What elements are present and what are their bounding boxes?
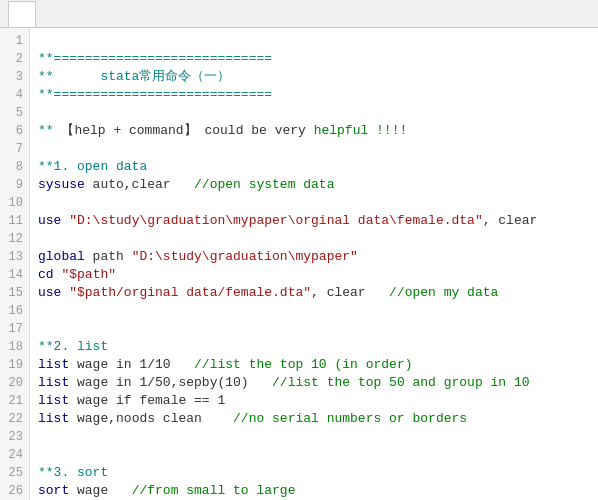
line-number: 1 (0, 32, 29, 50)
code-token: list (38, 357, 69, 372)
code-token: use (38, 213, 61, 228)
line-number: 14 (0, 266, 29, 284)
code-token: auto,clear (85, 177, 194, 192)
line-number: 2 (0, 50, 29, 68)
code-line (38, 104, 590, 122)
code-token: "D:\study\graduation\mypaper" (132, 249, 358, 264)
code-line: list wage in 1/10 //list the top 10 (in … (38, 356, 590, 374)
code-line: list wage,noods clean //no serial number… (38, 410, 590, 428)
title-bar (0, 0, 598, 28)
code-token: list (38, 375, 69, 390)
line-number: 15 (0, 284, 29, 302)
code-line: cd "$path" (38, 266, 590, 284)
code-token: **3. sort (38, 465, 108, 480)
code-token: ** (38, 123, 61, 138)
code-token: //open my data (389, 285, 498, 300)
line-number: 18 (0, 338, 29, 356)
code-line: use "$path/orginal data/female.dta", cle… (38, 284, 590, 302)
code-token: //list the top 50 and group in 10 (272, 375, 529, 390)
code-token: list (38, 411, 69, 426)
line-number: 12 (0, 230, 29, 248)
line-number: 10 (0, 194, 29, 212)
code-token: , clear (311, 285, 389, 300)
code-token: **2. list (38, 339, 108, 354)
code-line: **============================ (38, 86, 590, 104)
code-token: sysuse (38, 177, 85, 192)
code-line: sysuse auto,clear //open system data (38, 176, 590, 194)
line-number: 6 (0, 122, 29, 140)
line-number: 21 (0, 392, 29, 410)
code-line (38, 140, 590, 158)
line-number: 26 (0, 482, 29, 500)
code-line: **1. open data (38, 158, 590, 176)
code-line (38, 230, 590, 248)
code-token: list (38, 393, 69, 408)
code-token: //list the top 10 (in order) (194, 357, 412, 372)
line-number: 7 (0, 140, 29, 158)
code-line (38, 302, 590, 320)
code-token: wage in 1/50,sepby(10) (69, 375, 272, 390)
editor-tab[interactable] (8, 1, 36, 27)
code-token: 【help + command】 could be very (61, 123, 313, 138)
line-number: 19 (0, 356, 29, 374)
line-number: 16 (0, 302, 29, 320)
line-number: 23 (0, 428, 29, 446)
line-number: 22 (0, 410, 29, 428)
code-token: helpful !!!! (314, 123, 408, 138)
code-line (38, 446, 590, 464)
code-line: list wage in 1/50,sepby(10) //list the t… (38, 374, 590, 392)
code-token: **============================ (38, 87, 272, 102)
code-line (38, 194, 590, 212)
line-number: 8 (0, 158, 29, 176)
code-line: **3. sort (38, 464, 590, 482)
code-token: **1. open data (38, 159, 147, 174)
code-token: //open system data (194, 177, 334, 192)
code-token: wage (69, 483, 131, 498)
code-token: //no serial numbers or borders (233, 411, 467, 426)
code-token: wage if female == 1 (69, 393, 225, 408)
code-token: path (85, 249, 132, 264)
code-token: **============================ (38, 51, 272, 66)
code-line: sort wage //from small to large (38, 482, 590, 500)
code-line: ** stata常用命令（一） (38, 68, 590, 86)
code-token: ** stata常用命令（一） (38, 69, 230, 84)
code-token: wage,noods clean (69, 411, 233, 426)
code-line: **2. list (38, 338, 590, 356)
line-number: 20 (0, 374, 29, 392)
line-number: 13 (0, 248, 29, 266)
code-token: "$path" (61, 267, 116, 282)
code-token: //from small to large (132, 483, 296, 498)
line-number: 24 (0, 446, 29, 464)
code-line: use "D:\study\graduation\mypaper\orginal… (38, 212, 590, 230)
line-number: 5 (0, 104, 29, 122)
code-token: , clear (483, 213, 538, 228)
code-token: sort (38, 483, 69, 498)
line-number: 3 (0, 68, 29, 86)
code-line (38, 428, 590, 446)
line-number: 4 (0, 86, 29, 104)
code-line (38, 320, 590, 338)
line-number: 25 (0, 464, 29, 482)
code-line (38, 32, 590, 50)
code-token: global (38, 249, 85, 264)
code-line: global path "D:\study\graduation\mypaper… (38, 248, 590, 266)
code-token: use (38, 285, 61, 300)
code-token: cd (38, 267, 54, 282)
code-line: list wage if female == 1 (38, 392, 590, 410)
line-number: 11 (0, 212, 29, 230)
code-token: "$path/orginal data/female.dta" (69, 285, 311, 300)
editor-area: 1234567891011121314151617181920212223242… (0, 28, 598, 500)
line-numbers: 1234567891011121314151617181920212223242… (0, 28, 30, 500)
code-line: **============================ (38, 50, 590, 68)
code-content[interactable]: **============================** stata常用… (30, 28, 598, 500)
line-number: 9 (0, 176, 29, 194)
line-number: 17 (0, 320, 29, 338)
code-token: wage in 1/10 (69, 357, 194, 372)
code-line: ** 【help + command】 could be very helpfu… (38, 122, 590, 140)
code-token: "D:\study\graduation\mypaper\orginal dat… (69, 213, 482, 228)
